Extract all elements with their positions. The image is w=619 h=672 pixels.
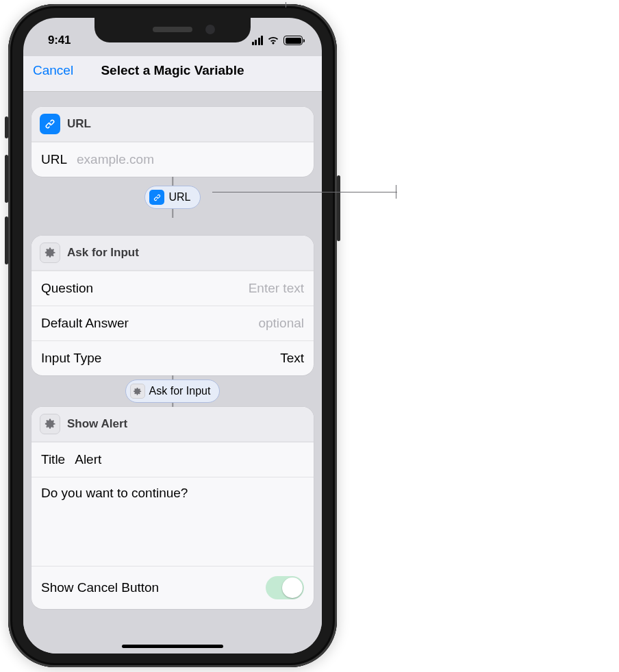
link-icon <box>149 190 164 205</box>
input-type-label: Input Type <box>41 351 101 366</box>
action-card-url[interactable]: URL URL example.com <box>31 107 314 177</box>
show-cancel-toggle[interactable] <box>266 576 304 599</box>
screen: 9:41 Cancel Select a Magic Variable <box>23 18 322 654</box>
url-input[interactable]: example.com <box>77 152 304 167</box>
card-title: Ask for Input <box>67 246 139 260</box>
status-time: 9:41 <box>41 34 71 47</box>
magic-variable-pill-url[interactable]: URL <box>144 186 200 209</box>
default-answer-row[interactable]: Default Answer optional <box>31 306 314 340</box>
default-answer-input[interactable]: optional <box>129 316 304 331</box>
alert-title-label: Title <box>41 452 65 467</box>
callout-line <box>212 192 397 192</box>
pill-label: URL <box>168 191 190 203</box>
power-button[interactable] <box>337 175 340 241</box>
cancel-button[interactable]: Cancel <box>33 63 73 78</box>
card-header-ask: Ask for Input <box>31 236 314 271</box>
magic-variable-pill-ask[interactable]: Ask for Input <box>125 379 220 403</box>
pill-label: Ask for Input <box>149 385 211 397</box>
callout-end-tick <box>396 185 396 199</box>
show-cancel-row[interactable]: Show Cancel Button <box>31 566 314 609</box>
connector-url: URL <box>23 177 322 218</box>
question-label: Question <box>41 281 93 296</box>
question-row[interactable]: Question Enter text <box>31 271 314 306</box>
card-header-alert: Show Alert <box>31 407 314 442</box>
gear-icon <box>40 242 60 263</box>
show-cancel-label: Show Cancel Button <box>41 580 266 595</box>
alert-title-value[interactable]: Alert <box>75 452 304 467</box>
notch <box>94 18 251 42</box>
nav-bar: Cancel Select a Magic Variable <box>23 56 322 92</box>
mute-switch[interactable] <box>5 116 8 138</box>
alert-title-row[interactable]: Title Alert <box>31 442 314 477</box>
question-input[interactable]: Enter text <box>93 281 304 296</box>
battery-icon <box>283 36 303 45</box>
volume-up[interactable] <box>5 155 8 203</box>
input-type-value: Text <box>101 351 304 366</box>
card-title: URL <box>67 117 91 131</box>
action-card-ask[interactable]: Ask for Input Question Enter text Defaul… <box>31 236 314 375</box>
gear-icon <box>40 414 60 434</box>
cellular-signal-icon <box>252 36 264 45</box>
url-row[interactable]: URL example.com <box>31 142 314 177</box>
device-frame: 9:41 Cancel Select a Magic Variable <box>8 4 337 667</box>
home-indicator[interactable] <box>122 645 223 648</box>
link-icon <box>40 114 60 134</box>
wifi-icon <box>267 36 279 45</box>
alert-body-row[interactable]: Do you want to continue? <box>31 477 314 566</box>
volume-down[interactable] <box>5 216 8 264</box>
alert-body-text[interactable]: Do you want to continue? <box>41 486 188 500</box>
content-area: URL URL example.com URL <box>23 92 322 654</box>
url-label: URL <box>41 152 67 167</box>
default-answer-label: Default Answer <box>41 316 129 331</box>
gear-icon <box>130 384 145 399</box>
input-type-row[interactable]: Input Type Text <box>31 340 314 375</box>
action-card-alert[interactable]: Show Alert Title Alert Do you want to co… <box>31 407 314 609</box>
connector-ask: Ask for Input <box>23 375 322 407</box>
card-title: Show Alert <box>67 417 127 431</box>
callout-tick <box>286 2 286 8</box>
card-header-url: URL <box>31 107 314 142</box>
